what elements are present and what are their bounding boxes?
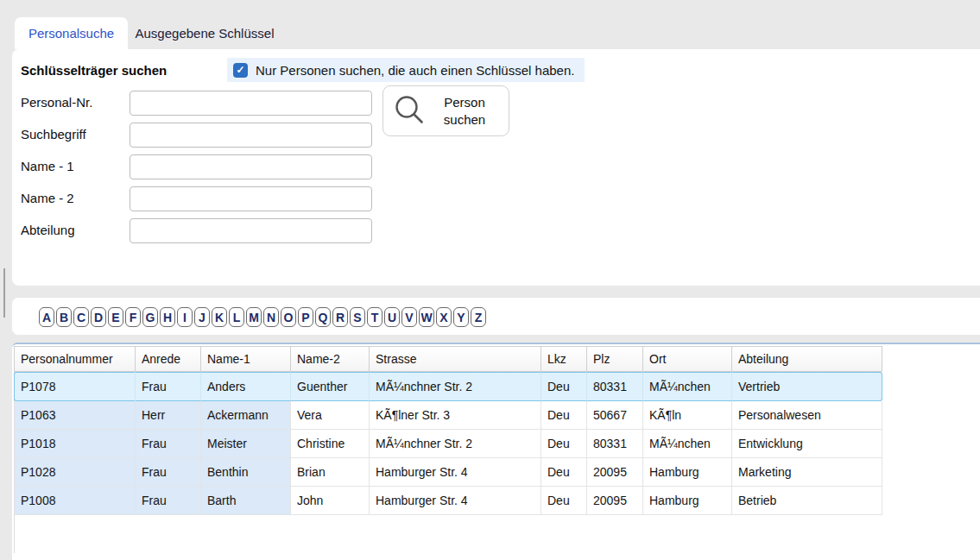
cell: P1018 bbox=[14, 430, 136, 458]
name-2-input[interactable] bbox=[130, 186, 372, 211]
alphabet-button-h[interactable]: H bbox=[160, 307, 175, 327]
alphabet-button-v[interactable]: V bbox=[401, 307, 417, 327]
suchbegriff-input[interactable] bbox=[130, 123, 372, 148]
has-key-filter-checkbox[interactable]: ✓ bbox=[233, 63, 248, 78]
cell: Marketing bbox=[732, 458, 882, 487]
alphabet-button-g[interactable]: G bbox=[142, 307, 158, 327]
alphabet-button-e[interactable]: E bbox=[108, 307, 123, 327]
alphabet-button-r[interactable]: R bbox=[332, 307, 348, 327]
alphabet-button-d[interactable]: D bbox=[91, 307, 106, 327]
cell: MÃ¼nchner Str. 2 bbox=[370, 430, 541, 458]
cell: John bbox=[291, 487, 370, 515]
alphabet-button-k[interactable]: K bbox=[212, 307, 227, 327]
cell: Christine bbox=[291, 430, 370, 458]
magnifier-icon bbox=[393, 94, 427, 129]
personal-nr-input[interactable] bbox=[130, 91, 372, 116]
cell: Herr bbox=[136, 401, 201, 430]
tab-personalsuche[interactable]: Personalsuche bbox=[15, 17, 128, 49]
alphabet-button-q[interactable]: Q bbox=[315, 307, 331, 327]
column-header-lkz[interactable]: Lkz bbox=[541, 346, 587, 372]
cell: 20095 bbox=[587, 458, 643, 487]
cell: Frau bbox=[136, 372, 201, 401]
cell: P1008 bbox=[14, 487, 136, 515]
table-row[interactable]: P1028FrauBenthinBrianHamburger Str. 4Deu… bbox=[14, 458, 882, 487]
column-header-abteilung[interactable]: Abteilung bbox=[732, 346, 882, 372]
alphabet-button-s[interactable]: S bbox=[350, 307, 365, 327]
person-suchen-label: Person suchen bbox=[427, 94, 509, 129]
column-header-personalnummer[interactable]: Personalnummer bbox=[14, 346, 136, 372]
cell: MÃ¼nchner Str. 2 bbox=[370, 372, 541, 401]
abteilung-label: Abteilung bbox=[21, 223, 75, 237]
cell: Deu bbox=[541, 430, 587, 458]
section-title: Schlüsselträger suchen bbox=[21, 63, 167, 78]
suchbegriff-label: Suchbegriff bbox=[21, 127, 86, 142]
personal-nr-label: Personal-Nr. bbox=[21, 95, 92, 110]
alphabet-button-m[interactable]: M bbox=[246, 307, 262, 327]
table-row[interactable]: P1078FrauAndersGuentherMÃ¼nchner Str. 2D… bbox=[14, 372, 882, 401]
alphabet-button-i[interactable]: I bbox=[177, 307, 193, 327]
table-row[interactable]: P1018FrauMeisterChristineMÃ¼nchner Str. … bbox=[14, 430, 882, 458]
name-1-input[interactable] bbox=[130, 154, 372, 179]
cell: Anders bbox=[201, 372, 291, 401]
alphabet-button-b[interactable]: B bbox=[56, 307, 72, 327]
alphabet-button-n[interactable]: N bbox=[263, 307, 279, 327]
alphabet-button-y[interactable]: Y bbox=[453, 307, 469, 327]
abteilung-input[interactable] bbox=[130, 218, 372, 243]
cell: Frau bbox=[136, 487, 201, 515]
cell: Meister bbox=[201, 430, 291, 458]
cell: Barth bbox=[201, 487, 291, 515]
column-header-anrede[interactable]: Anrede bbox=[136, 346, 201, 372]
results-table: PersonalnummerAnredeName-1Name-2StrasseL… bbox=[14, 346, 882, 515]
cell: Guenther bbox=[291, 372, 370, 401]
person-suchen-button[interactable]: Person suchen bbox=[383, 85, 509, 136]
name-2-label: Name - 2 bbox=[21, 191, 74, 205]
alphabet-button-p[interactable]: P bbox=[298, 307, 313, 327]
key-filter-band: ✓ Nur Personen suchen, die auch einen Sc… bbox=[227, 58, 585, 82]
table-row[interactable]: P1063HerrAckermannVeraKÃ¶lner Str. 3Deu5… bbox=[14, 401, 882, 430]
alphabet-button-w[interactable]: W bbox=[419, 307, 434, 327]
panel-splitter-handle[interactable] bbox=[3, 268, 5, 318]
column-header-name-2[interactable]: Name-2 bbox=[291, 346, 370, 372]
cell: Deu bbox=[541, 372, 587, 401]
cell: 80331 bbox=[587, 430, 643, 458]
alphabet-button-x[interactable]: X bbox=[436, 307, 452, 327]
alphabet-button-z[interactable]: Z bbox=[471, 307, 486, 327]
cell: 50667 bbox=[587, 401, 643, 430]
alphabet-button-c[interactable]: C bbox=[73, 307, 89, 327]
cell: Entwicklung bbox=[732, 430, 882, 458]
alphabet-button-t[interactable]: T bbox=[367, 307, 383, 327]
column-header-name-1[interactable]: Name-1 bbox=[201, 346, 291, 372]
cell: MÃ¼nchen bbox=[643, 372, 732, 401]
cell: P1063 bbox=[14, 401, 136, 430]
search-panel: Schlüsselträger suchen ✓ Nur Personen su… bbox=[12, 49, 980, 286]
cell: Deu bbox=[541, 487, 587, 515]
cell: Frau bbox=[136, 458, 201, 487]
alphabet-panel: ABCDEFGHIJKLMNOPQRSTUVWXYZ bbox=[12, 298, 980, 335]
cell: Deu bbox=[541, 458, 587, 487]
alphabet-button-u[interactable]: U bbox=[384, 307, 400, 327]
cell: KÃ¶lner Str. 3 bbox=[370, 401, 541, 430]
alphabet-button-f[interactable]: F bbox=[125, 307, 141, 327]
cell: MÃ¼nchen bbox=[643, 430, 732, 458]
cell: Ackermann bbox=[201, 401, 291, 430]
alphabet-button-a[interactable]: A bbox=[39, 307, 54, 327]
name-1-label: Name - 1 bbox=[21, 159, 74, 173]
column-header-ort[interactable]: Ort bbox=[643, 346, 732, 372]
column-header-plz[interactable]: Plz bbox=[587, 346, 643, 372]
column-header-strasse[interactable]: Strasse bbox=[370, 346, 541, 372]
cell: Personalwesen bbox=[732, 401, 882, 430]
table-row[interactable]: P1008FrauBarthJohnHamburger Str. 4Deu200… bbox=[14, 487, 882, 515]
table-header-row: PersonalnummerAnredeName-1Name-2StrasseL… bbox=[14, 346, 882, 372]
cell: Hamburger Str. 4 bbox=[370, 487, 541, 515]
alphabet-button-o[interactable]: O bbox=[281, 307, 296, 327]
cell: KÃ¶ln bbox=[643, 401, 732, 430]
cell: Benthin bbox=[201, 458, 291, 487]
cell: Vera bbox=[291, 401, 370, 430]
alphabet-button-l[interactable]: L bbox=[229, 307, 244, 327]
cell: 20095 bbox=[587, 487, 643, 515]
cell: P1078 bbox=[14, 372, 136, 401]
alphabet-button-j[interactable]: J bbox=[194, 307, 210, 327]
tab-ausgegebene-schluessel[interactable]: Ausgegebene Schlüssel bbox=[128, 17, 281, 49]
cell: Hamburg bbox=[643, 487, 732, 515]
cell: Brian bbox=[291, 458, 370, 487]
